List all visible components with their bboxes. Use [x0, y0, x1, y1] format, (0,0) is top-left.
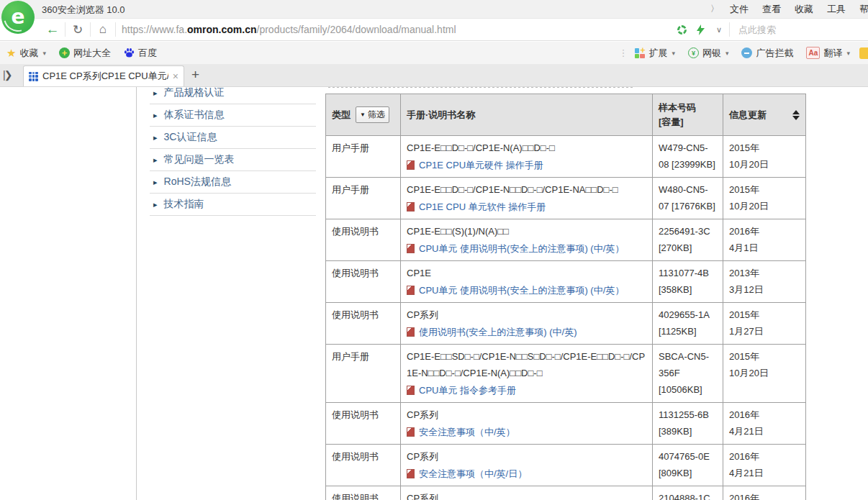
bullet-icon: ▸ [153, 200, 158, 209]
document-link-line: CP1E CPU单元硬件 操作手册 [407, 157, 646, 173]
dropdown-arrow-icon: ▾ [672, 50, 675, 57]
tab-favicon [29, 72, 38, 81]
dropdown-arrow-icon: ▾ [725, 50, 729, 57]
toolbar-label: 广告拦截 [756, 47, 793, 60]
update-date-cell: 2016年4月21日 [723, 486, 806, 500]
sidebar-item-label: RoHS法规信息 [164, 176, 231, 188]
search-input[interactable] [737, 24, 868, 36]
menu-expander-icon[interactable]: 〉 [710, 3, 719, 16]
manual-name-cell: CP系列使用说明书(安全上的注意事项) (中/英) [401, 303, 653, 345]
table-row: 使用说明书CP1ECPU单元 使用说明书(安全上的注意事项) (中/英）1131… [326, 261, 806, 303]
bookmark-baidu[interactable]: 百度 [117, 42, 163, 64]
manual-download-link[interactable]: CPU单元 使用说明书(安全上的注意事项) (中/英） [419, 282, 624, 299]
pdf-icon [407, 327, 415, 337]
sort-icon[interactable] [792, 110, 800, 120]
filter-arrow-icon: ▼ [360, 112, 366, 118]
manual-download-link[interactable]: CPU单元 指令参考手册 [419, 382, 516, 399]
new-tab-button[interactable]: + [191, 67, 199, 83]
sidebar-item-tech-guide[interactable]: ▸ 技术指南 [150, 194, 316, 216]
pdf-icon [407, 386, 415, 395]
bookmark-favorites[interactable]: ★ 收藏 ▾ [0, 42, 53, 64]
sidebar-item-label: 产品规格认证 [164, 87, 225, 99]
menu-file[interactable]: 文件 [730, 3, 749, 16]
star-icon: ★ [6, 47, 16, 60]
bookmark-label: 百度 [138, 47, 157, 60]
tab-active[interactable]: CP1E CP系列CP1E CPU单元/手 × [23, 65, 184, 86]
col-header-updated: 信息更新 [723, 94, 806, 136]
update-date-cell: 2015年10月20日 [723, 136, 806, 178]
update-date-cell: 2015年10月20日 [723, 178, 806, 219]
home-button[interactable]: ⌂ [91, 18, 115, 41]
manual-name-cell: CP1E-E□□(S)(1)/N(A)□□CPU单元 使用说明书(安全上的注意事… [401, 219, 653, 261]
sidebar-item-system-cert[interactable]: ▸ 体系证书信息 [150, 104, 316, 127]
plus-circle-icon: + [59, 47, 70, 58]
sample-code-cell: 4074765-0E[809KB] [653, 445, 723, 486]
url-field[interactable]: https://www.fa.omron.com.cn/products/fam… [116, 24, 672, 35]
manual-download-link[interactable]: 安全注意事项（中/英） [419, 424, 515, 440]
model-numbers: CP1E-E□□D□-□/CP1E-N□□D□-□/CP1E-NA□□D□-□ [407, 181, 646, 198]
manual-type-cell: 使用说明书 [326, 486, 401, 500]
bookmark-label: 收藏 [19, 47, 38, 60]
clipped-toolbar-icon[interactable] [859, 47, 868, 59]
manual-type-cell: 用户手册 [326, 345, 401, 403]
sidebar-item-3c-cert[interactable]: ▸ 3C认证信息 [150, 127, 316, 149]
menu-bar: 〉 文件 查看 收藏 工具 帮助 [710, 3, 868, 16]
menu-view[interactable]: 查看 [762, 3, 781, 16]
model-numbers: CP系列 [407, 490, 646, 500]
toolbar-extensions-group: ⋮ + 扩展 ▾ ¥ 网银 ▾ 广告拦截 Aa 翻译 ▾ [618, 42, 868, 64]
manual-download-link[interactable]: 安全注意事项（中/英/日） [419, 465, 527, 482]
manual-download-link[interactable]: CP1E CPU单元硬件 操作手册 [419, 157, 543, 173]
translate-button[interactable]: Aa 翻译 ▾ [800, 42, 856, 64]
pdf-icon [407, 469, 415, 478]
manual-download-link[interactable]: CP1E CPU 单元软件 操作手册 [419, 199, 546, 215]
side-panel-toggle-icon[interactable]: |❯ [3, 69, 11, 81]
sample-code-cell: W479-CN5-08 [23999KB] [653, 136, 723, 178]
model-numbers: CP1E-E□□(S)(1)/N(A)□□ [407, 223, 646, 240]
sidebar-item-label: 3C认证信息 [164, 131, 217, 144]
extensions-button[interactable]: + 扩展 ▾ [628, 42, 682, 64]
manual-type-cell: 使用说明书 [326, 219, 401, 261]
manual-name-cell: CP系列安全注意事项（中/英） [401, 403, 653, 445]
manual-type-cell: 用户手册 [326, 136, 401, 178]
back-button[interactable]: ← [40, 18, 65, 41]
manual-type-cell: 使用说明书 [326, 445, 401, 486]
menu-favorites[interactable]: 收藏 [795, 3, 813, 16]
webpage-viewport: ▸ 产品规格认证 ▸ 体系证书信息 ▸ 3C认证信息 ▸ 常见问题一览表 ▸ R… [0, 87, 868, 500]
sidebar-item-rohs[interactable]: ▸ RoHS法规信息 [150, 171, 316, 194]
manual-type-cell: 使用说明书 [326, 261, 401, 303]
bookmark-sites[interactable]: + 网址大全 [53, 42, 117, 64]
bullet-icon: ▸ [153, 155, 158, 165]
manual-name-cell: CP系列安全注意事项（中/英/日） [401, 445, 653, 486]
speed-boost-icon[interactable] [697, 24, 705, 35]
sample-code-cell: 2256491-3C[270KB] [653, 219, 723, 261]
menu-help[interactable]: 帮助 [859, 3, 868, 16]
manual-name-cell: CP1E-E□□D□-□/CP1E-N□□D□-□/CP1E-NA□□D□-□C… [401, 178, 653, 219]
manual-download-link[interactable]: CPU单元 使用说明书(安全上的注意事项) (中/英） [419, 240, 624, 257]
urlbar-dropdown-icon[interactable]: ∨ [716, 25, 722, 35]
menu-tools[interactable]: 工具 [827, 3, 846, 16]
table-row: 使用说明书CP系列安全注意事项（中/英/日）4074765-0E[809KB]2… [326, 445, 806, 486]
adblock-icon [741, 47, 752, 58]
refresh-button[interactable]: ↻ [65, 18, 90, 41]
online-banking-button[interactable]: ¥ 网银 ▾ [682, 42, 736, 64]
tab-title: CP1E CP系列CP1E CPU单元/手 [42, 70, 168, 83]
model-numbers: CP1E [407, 265, 646, 281]
screenshot-icon[interactable] [677, 25, 687, 35]
browser-logo-icon[interactable]: e [1, 1, 35, 34]
manual-name-cell: CP1E-E□□SD□-□/CP1E-N□□S□D□-□/CP1E-E□□D□-… [401, 345, 653, 403]
sidebar-item-faq[interactable]: ▸ 常见问题一览表 [150, 149, 316, 171]
filter-button[interactable]: ▼ 筛选 [356, 106, 389, 123]
url-domain: omron.com.cn [187, 24, 256, 35]
bank-shield-icon: ¥ [688, 47, 699, 58]
pdf-icon [407, 160, 415, 170]
manual-name-cell: CP1ECPU单元 使用说明书(安全上的注意事项) (中/英） [401, 261, 653, 303]
toolbar-label: 翻译 [823, 47, 842, 60]
manual-download-link[interactable]: 使用说明书(安全上的注意事项) (中/英) [419, 324, 577, 340]
tab-close-icon[interactable]: × [173, 71, 178, 82]
adblock-button[interactable]: 广告拦截 [735, 42, 800, 64]
bullet-icon: ▸ [153, 178, 158, 187]
baidu-paw-icon [124, 47, 135, 58]
manual-type-cell: 使用说明书 [326, 303, 401, 345]
document-link-line: CP1E CPU 单元软件 操作手册 [407, 199, 646, 215]
sidebar-item-product-spec[interactable]: ▸ 产品规格认证 [150, 87, 316, 104]
